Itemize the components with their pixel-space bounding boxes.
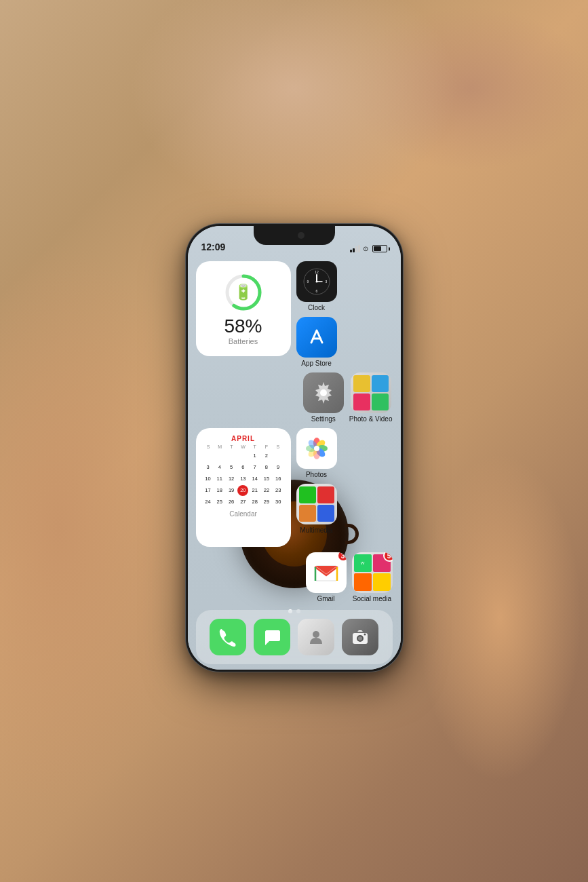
battery-icon-symbol: 🔋 [234, 284, 252, 301]
svg-text:6: 6 [315, 289, 317, 293]
calendar-month: APRIL [203, 435, 284, 442]
dock-camera[interactable] [342, 619, 378, 655]
svg-text:3: 3 [325, 280, 327, 284]
svg-point-10 [315, 281, 317, 283]
app-clock[interactable]: 12 3 6 9 [296, 261, 337, 311]
photovideo-label: Photo & Video [349, 415, 393, 423]
app-settings[interactable]: Settings [303, 372, 344, 423]
svg-point-26 [358, 636, 362, 640]
status-icons: ⊙ [350, 245, 387, 252]
svg-point-23 [313, 631, 319, 638]
app-multimedia[interactable]: Multimedia [296, 484, 337, 534]
dock-contacts[interactable] [298, 619, 334, 655]
calendar-widget[interactable]: APRIL S M T W T F S [196, 428, 291, 547]
battery-percentage: 58% [224, 317, 262, 336]
clock-label: Clock [308, 304, 325, 311]
gmail-icon: 3 [306, 552, 347, 593]
svg-point-27 [364, 634, 366, 636]
battery-circle: 🔋 [223, 272, 264, 313]
third-row: APRIL S M T W T F S [196, 428, 393, 547]
clock-icon: 12 3 6 9 [296, 261, 337, 302]
right-apps-middle: Photos Multimedia [296, 428, 337, 547]
notch [254, 226, 335, 245]
phone-wrapper: 12:09 ⊙ [186, 224, 403, 672]
photovideo-icon [351, 372, 391, 413]
signal-icon [350, 245, 360, 252]
phone-device: 12:09 ⊙ [186, 224, 403, 672]
wifi-icon: ⊙ [363, 245, 368, 252]
calendar-grid: 1 2 3 4 5 6 7 8 9 10 [203, 450, 284, 507]
gmail-label: Gmail [317, 595, 334, 602]
second-row: Settings Photo & Video [196, 372, 393, 423]
photos-label: Photos [306, 471, 327, 478]
bottom-apps-row: 3 Gmail 5 [196, 552, 393, 602]
app-social[interactable]: 5 W Social media [352, 552, 393, 602]
front-camera [298, 232, 305, 239]
battery-widget[interactable]: 🔋 58% Batteries [196, 261, 291, 356]
appstore-icon [296, 317, 337, 358]
social-label: Social media [353, 595, 391, 602]
calendar-today: 20 [237, 485, 248, 496]
calendar-day-headers: S M T W T F S [203, 444, 284, 449]
photos-icon [296, 428, 337, 469]
svg-text:9: 9 [307, 280, 309, 284]
app-appstore[interactable]: App Store [296, 317, 337, 367]
screen-content: 🔋 58% Batteries [188, 256, 401, 670]
svg-text:12: 12 [315, 270, 319, 274]
appstore-label: App Store [301, 360, 331, 367]
dock [196, 610, 393, 664]
settings-icon [303, 372, 344, 413]
multimedia-icon [296, 484, 337, 524]
top-row: 🔋 58% Batteries [196, 261, 393, 367]
svg-point-21 [314, 446, 319, 451]
social-icon: 5 W [352, 552, 393, 593]
battery-label: Batteries [229, 337, 258, 345]
phone-screen: 12:09 ⊙ [188, 226, 401, 670]
app-photovideo[interactable]: Photo & Video [349, 372, 393, 423]
calendar-label: Calendar [203, 510, 284, 518]
battery-status-icon [372, 245, 387, 252]
settings-label: Settings [311, 415, 336, 423]
app-photos[interactable]: Photos [296, 428, 337, 478]
app-gmail[interactable]: 3 Gmail [306, 552, 347, 602]
right-apps-top: 12 3 6 9 [296, 261, 337, 367]
multimedia-label: Multimedia [300, 526, 332, 534]
dock-messages[interactable] [254, 619, 290, 655]
dock-phone[interactable] [210, 619, 246, 655]
